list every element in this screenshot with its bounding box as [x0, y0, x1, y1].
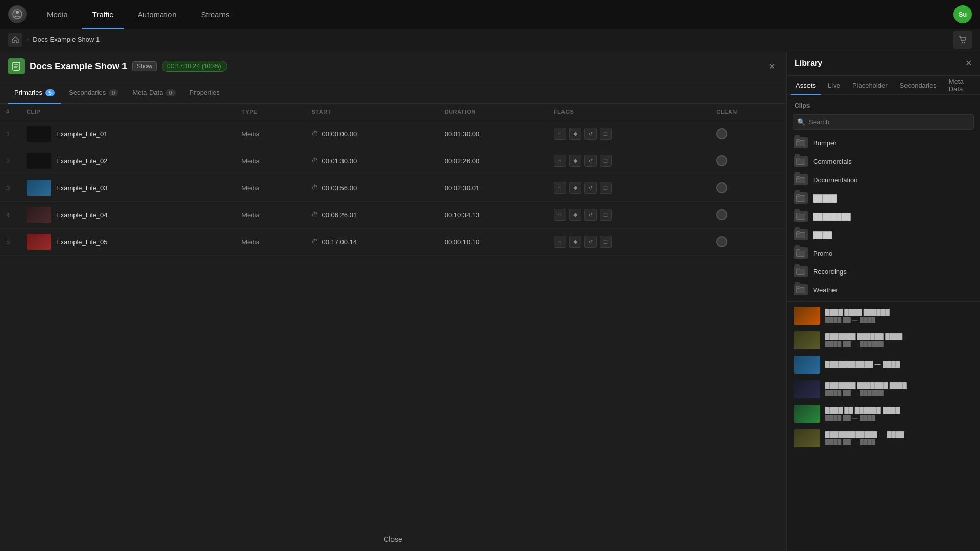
library-close-button[interactable]: ✕: [965, 58, 972, 68]
clip-clean[interactable]: [710, 229, 786, 256]
nav-automation[interactable]: Automation: [128, 0, 187, 29]
media-item[interactable]: ███████ ██████ ████ ████ ██ — ██████: [787, 328, 980, 353]
svg-point-1: [16, 11, 19, 14]
flag-box[interactable]: ☐: [600, 236, 612, 248]
media-title: ████ ████ ██████: [825, 309, 973, 316]
clip-start: ⏱ 00:01:30.00: [305, 147, 438, 174]
search-icon: 🔍: [797, 118, 805, 126]
show-badge[interactable]: Show: [132, 61, 157, 71]
lib-tab-assets[interactable]: Assets: [791, 76, 821, 95]
media-thumbnail: [794, 331, 820, 349]
clip-name: Example_File_03: [56, 184, 107, 192]
media-subtitle: ████ ██ — ████: [825, 317, 973, 323]
media-item[interactable]: ████ ██ ██████ ████ ████ ██ — ████: [787, 402, 980, 426]
flag-subtitle[interactable]: ≡: [554, 236, 566, 248]
clip-cell: Example_File_04: [20, 202, 235, 229]
media-thumbnail: [794, 405, 820, 423]
nav-traffic[interactable]: Traffic: [82, 0, 124, 29]
media-item[interactable]: ███████ ███████ ████ ████ ██ — ██████: [787, 377, 980, 402]
flag-box[interactable]: ☐: [600, 155, 612, 167]
lib-tab-secondaries[interactable]: Secondaries: [895, 76, 942, 95]
svg-rect-9: [797, 140, 800, 142]
clean-indicator[interactable]: [716, 209, 727, 220]
clip-start: ⏱ 00:03:56.00: [305, 174, 438, 202]
tab-primaries[interactable]: Primaries 5: [8, 82, 61, 104]
nav-media[interactable]: Media: [37, 0, 78, 29]
flag-box[interactable]: ☐: [600, 209, 612, 221]
flag-asterisk[interactable]: ✱: [569, 182, 581, 194]
clean-indicator[interactable]: [716, 182, 727, 193]
clip-duration: 00:01:30.00: [438, 120, 548, 147]
clip-flags[interactable]: ≡ ✱ ↺ ☐: [548, 229, 710, 256]
clip-flags[interactable]: ≡ ✱ ↺ ☐: [548, 174, 710, 202]
svg-rect-19: [797, 232, 800, 234]
flag-subtitle[interactable]: ≡: [554, 128, 566, 140]
media-item[interactable]: ███████████ — ████: [787, 353, 980, 377]
folder-item[interactable]: █████: [787, 189, 980, 207]
clip-clean[interactable]: [710, 147, 786, 174]
folder-item[interactable]: ████: [787, 226, 980, 244]
table-row[interactable]: 4 Example_File_04 Media ⏱ 00:06:26.01 00…: [0, 202, 786, 229]
app-logo[interactable]: [8, 5, 27, 23]
clean-indicator[interactable]: [716, 236, 727, 247]
folder-item[interactable]: Weather: [787, 281, 980, 299]
flag-loop[interactable]: ↺: [584, 128, 597, 140]
tab-meta-data[interactable]: Meta Data 0: [126, 82, 181, 104]
media-item[interactable]: ████ ████ ██████ ████ ██ — ████: [787, 304, 980, 328]
folder-item[interactable]: Commercials: [787, 152, 980, 170]
clip-type: Media: [235, 202, 305, 229]
svg-rect-21: [797, 250, 800, 252]
panel-close-button[interactable]: ✕: [766, 60, 778, 72]
row-num: 3: [0, 174, 20, 202]
lib-tab-placeholder[interactable]: Placeholder: [847, 76, 893, 95]
flag-asterisk[interactable]: ✱: [569, 128, 581, 140]
close-button[interactable]: Close: [384, 535, 402, 543]
tab-properties[interactable]: Properties: [184, 82, 226, 104]
flag-loop[interactable]: ↺: [584, 236, 597, 248]
flag-subtitle[interactable]: ≡: [554, 182, 566, 194]
clean-indicator[interactable]: [716, 155, 727, 166]
flag-asterisk[interactable]: ✱: [569, 209, 581, 221]
user-avatar[interactable]: Su: [953, 5, 972, 23]
flag-asterisk[interactable]: ✱: [569, 155, 581, 167]
folder-item[interactable]: Promo: [787, 244, 980, 262]
table-row[interactable]: 1 Example_File_01 Media ⏱ 00:00:00.00 00…: [0, 120, 786, 147]
clip-flags[interactable]: ≡ ✱ ↺ ☐: [548, 202, 710, 229]
home-button[interactable]: [8, 33, 22, 47]
clean-indicator[interactable]: [716, 128, 727, 139]
folder-item[interactable]: Bumper: [787, 134, 980, 152]
folder-item[interactable]: Documentation: [787, 170, 980, 189]
flag-box[interactable]: ☐: [600, 182, 612, 194]
table-row[interactable]: 3 Example_File_03 Media ⏱ 00:03:56.00 00…: [0, 174, 786, 202]
cart-button[interactable]: [953, 31, 972, 49]
clip-clean[interactable]: [710, 120, 786, 147]
flag-asterisk[interactable]: ✱: [569, 236, 581, 248]
folder-item[interactable]: ████████: [787, 207, 980, 226]
flag-subtitle[interactable]: ≡: [554, 155, 566, 167]
clip-clean[interactable]: [710, 174, 786, 202]
clip-name: Example_File_04: [56, 211, 107, 219]
table-row[interactable]: 2 Example_File_02 Media ⏱ 00:01:30.00 00…: [0, 147, 786, 174]
table-row[interactable]: 5 Example_File_05 Media ⏱ 00:17:00.14 00…: [0, 229, 786, 256]
lib-tab-live[interactable]: Live: [823, 76, 845, 95]
media-subtitle: ████ ██ — ██████: [825, 341, 973, 347]
lib-tab-metadata[interactable]: Meta Data: [944, 76, 976, 95]
tab-secondaries[interactable]: Secondaries 0: [63, 82, 124, 104]
flag-loop[interactable]: ↺: [584, 209, 597, 221]
clip-clean[interactable]: [710, 202, 786, 229]
clip-flags[interactable]: ≡ ✱ ↺ ☐: [548, 147, 710, 174]
duration-badge: 00:17:10.24 (100%): [162, 61, 227, 72]
folder-name: Commercials: [813, 158, 852, 165]
search-input[interactable]: [808, 115, 969, 129]
folder-name: Bumper: [813, 139, 837, 147]
flag-subtitle[interactable]: ≡: [554, 209, 566, 221]
clip-flags[interactable]: ≡ ✱ ↺ ☐: [548, 120, 710, 147]
row-num: 2: [0, 147, 20, 174]
flag-box[interactable]: ☐: [600, 128, 612, 140]
flag-loop[interactable]: ↺: [584, 155, 597, 167]
flag-loop[interactable]: ↺: [584, 182, 597, 194]
nav-streams[interactable]: Streams: [191, 0, 240, 29]
folder-item[interactable]: Recordings: [787, 262, 980, 281]
folder-icon: [794, 137, 808, 148]
media-item[interactable]: ████████████ — ████ ████ ██ — ████: [787, 426, 980, 450]
